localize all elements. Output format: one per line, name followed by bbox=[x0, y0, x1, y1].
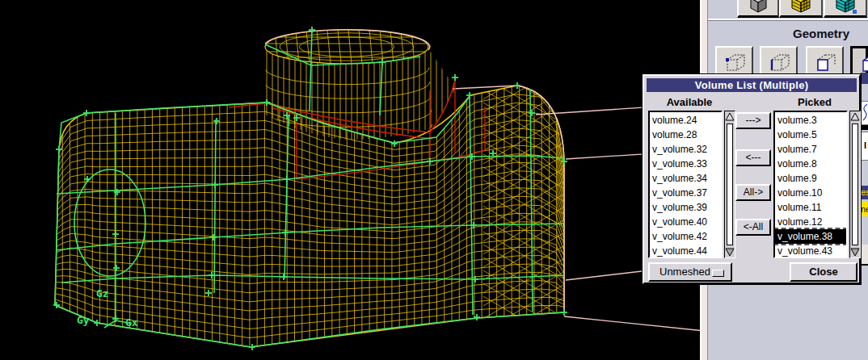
scroll-down-icon[interactable] bbox=[725, 247, 735, 257]
move-left-button[interactable]: <--- bbox=[735, 149, 771, 166]
geometry-cube-icon bbox=[747, 0, 769, 15]
picked-scrollbar[interactable] bbox=[849, 111, 861, 258]
available-list[interactable]: volume.24volume.28v_volume.32v_volume.33… bbox=[648, 111, 723, 258]
hidden-text-field-fragment[interactable]: ne bbox=[861, 202, 868, 216]
list-item[interactable]: v_volume.33 bbox=[650, 157, 721, 171]
scroll-up-icon[interactable] bbox=[725, 112, 735, 122]
axis-label-gy: Gy bbox=[77, 314, 90, 326]
dialog-titlebar[interactable]: Volume List (Multiple) bbox=[647, 78, 857, 92]
toolbar-divider bbox=[708, 19, 868, 21]
scroll-down-icon[interactable] bbox=[850, 247, 860, 257]
available-column-header: Available bbox=[648, 96, 731, 108]
list-item[interactable]: volume.24 bbox=[650, 113, 721, 128]
curve-icon bbox=[861, 101, 868, 125]
hidden-field-label-fragment: es bbox=[861, 186, 868, 199]
vertex-glyph-fragment: I bbox=[861, 132, 868, 161]
list-item[interactable]: volume.28 bbox=[650, 128, 721, 142]
list-item[interactable]: v_volume.43 bbox=[775, 244, 846, 258]
application-window: GzGyGx bbox=[0, 0, 868, 360]
hidden-button-fragment bbox=[861, 245, 868, 266]
geometry-section-label: Geometry bbox=[771, 27, 868, 40]
scrollbar-thumb[interactable] bbox=[727, 123, 733, 245]
list-item[interactable]: volume.7 bbox=[775, 142, 846, 157]
vertex-cube-icon bbox=[724, 52, 747, 73]
close-button[interactable]: Close bbox=[790, 262, 857, 282]
list-item[interactable]: v_volume.34 bbox=[650, 171, 721, 186]
picked-column-header: Picked bbox=[773, 96, 856, 108]
unmeshed-filter-label: Unmeshed bbox=[659, 266, 710, 278]
list-item[interactable]: volume.10 bbox=[775, 186, 846, 200]
list-item[interactable]: volume.8 bbox=[775, 157, 846, 171]
list-item[interactable]: volume.12 bbox=[775, 215, 846, 229]
list-item[interactable]: v_volume.40 bbox=[650, 215, 721, 229]
zones-operation-button[interactable] bbox=[824, 0, 867, 18]
volume-list-dialog: Volume List (Multiple) Available Picked … bbox=[643, 74, 861, 284]
move-right-button[interactable]: ---> bbox=[735, 112, 771, 129]
move-all-left-button[interactable]: <-All bbox=[735, 219, 771, 236]
list-item[interactable]: v_volume.42 bbox=[650, 229, 721, 244]
picked-list[interactable]: volume.3volume.5volume.7volume.8volume.9… bbox=[773, 111, 848, 258]
zones-cube-icon bbox=[833, 0, 857, 15]
mesh-operation-button[interactable] bbox=[779, 0, 823, 18]
move-all-right-button[interactable]: All-> bbox=[735, 184, 771, 201]
list-item[interactable]: v_volume.44 bbox=[650, 244, 721, 258]
list-item[interactable]: volume.11 bbox=[775, 200, 846, 215]
list-item[interactable]: volume.5 bbox=[775, 128, 846, 142]
volume-cube-icon bbox=[860, 53, 868, 74]
available-scrollbar[interactable] bbox=[724, 111, 735, 258]
list-item[interactable]: v_volume.32 bbox=[650, 142, 721, 157]
list-item[interactable]: v_volume.38 bbox=[775, 229, 846, 244]
face-cube-icon bbox=[815, 52, 837, 73]
list-item[interactable]: volume.9 bbox=[775, 171, 846, 186]
list-item[interactable]: v_volume.37 bbox=[650, 186, 721, 200]
graphics-viewport[interactable]: GzGyGx bbox=[0, 0, 705, 360]
scrollbar-thumb[interactable] bbox=[852, 123, 858, 245]
axis-label-gx: Gx bbox=[125, 316, 138, 329]
hidden-titlebar-fragment bbox=[861, 73, 868, 84]
scroll-up-icon[interactable] bbox=[850, 112, 860, 122]
list-item[interactable]: v_volume.39 bbox=[650, 200, 721, 215]
list-item[interactable]: volume.3 bbox=[775, 113, 846, 128]
option-menu-indicator-icon bbox=[712, 270, 724, 277]
edge-cube-icon bbox=[769, 52, 791, 73]
axis-label-gz: Gz bbox=[96, 287, 109, 299]
geometry-operation-button[interactable] bbox=[737, 0, 779, 18]
mesh-cube-icon bbox=[789, 0, 813, 15]
unmeshed-filter-menu[interactable]: Unmeshed bbox=[648, 262, 732, 282]
hidden-divider-fragment bbox=[861, 125, 868, 130]
